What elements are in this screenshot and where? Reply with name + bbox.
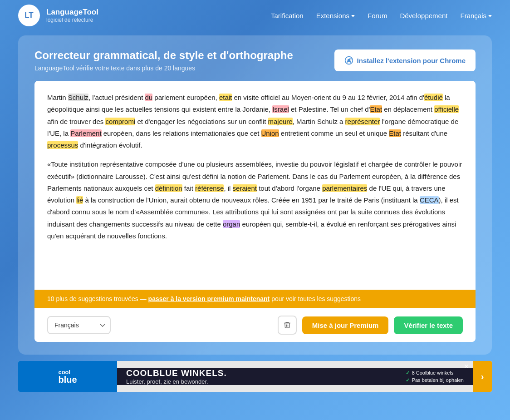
ad-cool-text: cool [58,369,70,375]
editor-wrapper: Martin Schulz, l'actuel président du par… [34,81,476,342]
nav-forum[interactable]: Forum [368,12,387,20]
card-title-block: Correcteur grammatical, de style et d'or… [34,49,293,72]
nav-extensions[interactable]: Extensions [316,12,355,20]
ad-text: COOLBLUE WINKELS. Luister, proef, zie en… [126,368,227,385]
card-header: Correcteur grammatical, de style et d'or… [34,49,476,72]
ad-check-2: ✓ Pas betalen bij ophalen [406,377,464,383]
logo-subtitle: logiciel de relecture [46,17,98,23]
logo-text: LanguageTool logiciel de relecture [46,8,98,23]
clear-button[interactable] [278,316,297,335]
logo-icon: LT [18,5,40,26]
logo-title: LanguageTool [46,8,98,17]
chevron-down-icon [488,15,492,17]
ad-brand: COOLBLUE WINKELS. [126,368,227,378]
chrome-icon [344,56,353,65]
card-subtitle: LanguageTool vérifie votre texte dans pl… [34,64,293,72]
nav-extensions-label: Extensions [316,12,349,20]
checkmark-icon-1: ✓ [406,370,410,376]
ad-tagline: Luister, proef, zie en bewonder. [126,378,227,385]
checkmark-icon-2: ✓ [406,377,410,383]
paragraph-2: «Toute institution représentative compos… [47,158,463,242]
card-title: Correcteur grammatical, de style et d'or… [34,49,293,62]
nav-developpement[interactable]: Développement [400,12,447,20]
premium-link[interactable]: passer à la version premium maintenant [148,295,270,302]
ad-next-button[interactable]: › [473,361,492,392]
nav-language-label: Français [460,12,486,20]
ad-blue-text: blue [58,375,77,384]
editor-content[interactable]: Martin Schulz, l'actuel président du par… [34,81,476,290]
footer-right: Mise à jour Premium Vérifier le texte [278,316,463,335]
coolblue-logo: cool blue [58,369,77,384]
chrome-button-label: Installez l'extension pour Chrome [357,57,466,64]
premium-update-button[interactable]: Mise à jour Premium [302,316,389,334]
premium-banner-suffix: pour voir toutes les suggestions [271,295,361,302]
chevron-down-icon [351,15,355,17]
ad-checks: ✓ 8 Coolblue winkels ✓ Pas betalen bij o… [406,370,464,383]
language-select[interactable]: Français English Deutsch Español Italian… [47,316,111,334]
verify-button[interactable]: Vérifier le texte [394,316,463,334]
ad-content: COOLBLUE WINKELS. Luister, proef, zie en… [117,368,473,385]
navbar-left: LT LanguageTool logiciel de relecture [18,5,98,26]
chrome-extension-button[interactable]: Installez l'extension pour Chrome [334,49,476,71]
trash-icon [283,321,291,329]
main-card: Correcteur grammatical, de style et d'or… [18,35,492,355]
nav-language[interactable]: Français [460,12,492,20]
paragraph-1: Martin Schulz, l'actuel président du par… [47,92,463,151]
ad-banner: cool blue COOLBLUE WINKELS. Luister, pro… [18,361,492,392]
editor-footer: Français English Deutsch Español Italian… [34,308,476,342]
ad-check-1-text: 8 Coolblue winkels [412,370,454,376]
nav-tarification[interactable]: Tarification [271,12,304,20]
ad-check-1: ✓ 8 Coolblue winkels [406,370,464,376]
premium-banner-text: 10 plus de suggestions trouvées — [47,295,147,302]
navbar-links: Tarification Extensions Forum Développem… [271,12,492,20]
ad-check-2-text: Pas betalen bij ophalen [412,377,464,383]
ad-close-button[interactable]: ✕ [464,363,469,370]
logo-initials: LT [25,11,34,20]
ad-logo: cool blue [18,361,117,392]
premium-banner: 10 plus de suggestions trouvées — passer… [34,290,476,308]
navbar: LT LanguageTool logiciel de relecture Ta… [0,0,510,31]
